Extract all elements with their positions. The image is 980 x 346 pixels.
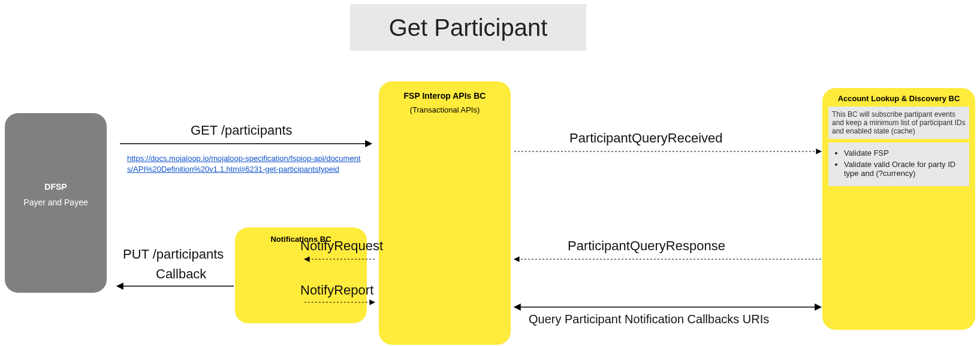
dfsp-name: DFSP bbox=[44, 182, 67, 192]
ald-name: Account Lookup & Discovery BC bbox=[828, 94, 969, 103]
label-put-participants: PUT /participants bbox=[123, 247, 224, 262]
ald-bullets: Validate FSP Validate valid Oracle for p… bbox=[828, 142, 969, 186]
label-query-callbacks: Query Participant Notification Callbacks… bbox=[529, 312, 769, 326]
label-callback: Callback bbox=[156, 266, 206, 282]
label-get-participants: GET /participants bbox=[191, 123, 293, 138]
ald-bullet: Validate valid Oracle for party ID type … bbox=[844, 160, 963, 178]
label-participant-query-received: ParticipantQueryReceived bbox=[569, 130, 723, 146]
fsp-sub: (Transactional APIs) bbox=[386, 105, 503, 114]
fsp-name: FSP Interop APIs BC bbox=[386, 91, 503, 101]
diagram-canvas: Get Participant DFSP Payer and Payee FSP… bbox=[0, 0, 980, 346]
label-notify-report: NotifyReport bbox=[300, 283, 373, 298]
node-dfsp: DFSP Payer and Payee bbox=[5, 113, 107, 293]
ald-bullet: Validate FSP bbox=[844, 148, 963, 157]
diagram-title: Get Participant bbox=[350, 4, 586, 51]
node-account-lookup: Account Lookup & Discovery BC This BC wi… bbox=[822, 88, 975, 330]
link-api-spec[interactable]: https://docs.mojaloop.io/mojaloop-specif… bbox=[127, 153, 361, 175]
node-fsp-interop: FSP Interop APIs BC (Transactional APIs) bbox=[379, 81, 511, 345]
label-notify-request: NotifyRequest bbox=[300, 238, 383, 254]
label-participant-query-response: ParticipantQueryResponse bbox=[568, 238, 725, 254]
dfsp-sub: Payer and Payee bbox=[23, 198, 88, 207]
ald-desc: This BC will subscribe partipant events … bbox=[828, 107, 969, 139]
